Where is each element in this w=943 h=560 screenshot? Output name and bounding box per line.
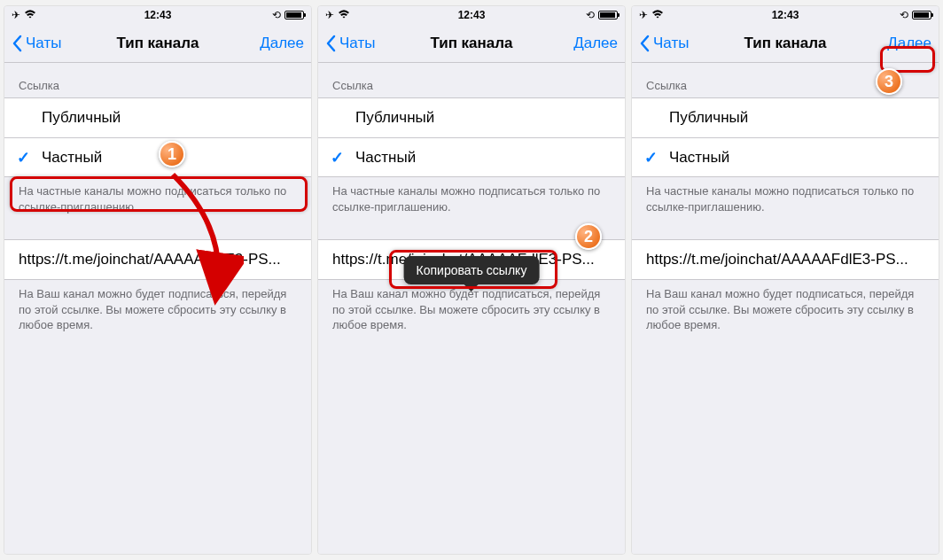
- option-private[interactable]: ✓ Частный: [632, 137, 939, 176]
- checkmark-icon: ✓: [644, 148, 658, 167]
- next-button[interactable]: Далее: [260, 35, 304, 52]
- battery-icon: [912, 11, 931, 19]
- footer-link-info: На Ваш канал можно будет подписаться, пе…: [632, 280, 939, 342]
- section-header-link: Ссылка: [318, 63, 625, 97]
- wifi-icon: [651, 9, 664, 21]
- context-menu-label: Копировать ссылку: [417, 263, 527, 277]
- chevron-left-icon: [639, 35, 650, 52]
- invite-link-group: https://t.me/joinchat/AAAAAFdlE3-PS...: [632, 239, 939, 280]
- battery-icon: [598, 11, 618, 19]
- nav-bar: Чаты Тип канала Далее: [318, 24, 625, 63]
- phone-screen-1: ✈ 12:43 ⟲ Чаты Тип канала Далее Ссылка П…: [4, 5, 312, 555]
- invite-link-cell[interactable]: https://t.me/joinchat/AAAAAFdlE3-PS...: [4, 240, 311, 279]
- orientation-lock-icon: ⟲: [272, 9, 281, 21]
- footer-private-info: На частные каналы можно подписаться толь…: [318, 177, 625, 223]
- channel-type-group: Публичный ✓ Частный: [4, 97, 311, 177]
- option-public[interactable]: Публичный: [318, 98, 625, 137]
- checkmark-icon: ✓: [17, 148, 30, 167]
- option-private-label: Частный: [42, 149, 297, 167]
- status-time: 12:43: [458, 9, 486, 21]
- airplane-icon: ✈: [12, 9, 20, 21]
- battery-icon: [284, 11, 304, 19]
- page-title: Тип канала: [116, 35, 199, 52]
- invite-link-group: https://t.me/joinchat/AAAAAFdlE3-PS...: [4, 239, 311, 280]
- status-left: ✈: [639, 9, 664, 21]
- page-title: Тип канала: [744, 35, 826, 52]
- chevron-left-icon: [12, 35, 22, 52]
- wifi-icon: [24, 9, 36, 21]
- status-bar: ✈ 12:43 ⟲: [318, 6, 625, 24]
- status-bar: ✈ 12:43 ⟲: [632, 6, 939, 24]
- option-public[interactable]: Публичный: [632, 98, 939, 137]
- status-time: 12:43: [772, 9, 799, 21]
- context-menu-copy-link[interactable]: Копировать ссылку: [404, 256, 540, 284]
- option-private-label: Частный: [355, 149, 611, 167]
- channel-type-group: Публичный ✓ Частный: [632, 97, 939, 177]
- status-bar: ✈ 12:43 ⟲: [4, 6, 311, 24]
- footer-private-info: На частные каналы можно подписаться толь…: [632, 177, 939, 223]
- next-button[interactable]: Далее: [887, 35, 931, 52]
- page-title: Тип канала: [430, 35, 512, 52]
- nav-bar: Чаты Тип канала Далее: [632, 24, 939, 63]
- option-public-label: Публичный: [355, 109, 611, 127]
- footer-private-info: На частные каналы можно подписаться толь…: [4, 177, 311, 223]
- back-label: Чаты: [26, 35, 61, 52]
- back-button[interactable]: Чаты: [325, 35, 375, 52]
- checkmark-icon: ✓: [331, 148, 344, 167]
- status-left: ✈: [12, 9, 36, 21]
- wifi-icon: [338, 9, 350, 21]
- next-button[interactable]: Далее: [573, 35, 618, 52]
- invite-link-text: https://t.me/joinchat/AAAAAFdlE3-PS...: [19, 251, 297, 268]
- content: Ссылка Публичный ✓ Частный На частные ка…: [4, 63, 311, 554]
- status-left: ✈: [325, 9, 350, 21]
- option-private-label: Частный: [669, 149, 924, 167]
- channel-type-group: Публичный ✓ Частный: [318, 97, 625, 177]
- section-header-link: Ссылка: [632, 63, 939, 97]
- phone-screen-3: ✈ 12:43 ⟲ Чаты Тип канала Далее Ссылка П…: [631, 5, 939, 555]
- status-time: 12:43: [144, 9, 172, 21]
- status-right: ⟲: [586, 9, 618, 21]
- section-header-link: Ссылка: [4, 63, 311, 97]
- nav-bar: Чаты Тип канала Далее: [4, 24, 311, 63]
- orientation-lock-icon: ⟲: [586, 9, 595, 21]
- status-right: ⟲: [272, 9, 304, 21]
- back-button[interactable]: Чаты: [639, 35, 689, 52]
- content: Ссылка Публичный ✓ Частный На частные ка…: [632, 63, 939, 554]
- option-public[interactable]: Публичный: [4, 98, 311, 137]
- airplane-icon: ✈: [325, 9, 334, 21]
- option-private[interactable]: ✓ Частный: [318, 137, 625, 176]
- airplane-icon: ✈: [639, 9, 648, 21]
- status-right: ⟲: [900, 9, 931, 21]
- back-label: Чаты: [339, 35, 375, 52]
- chevron-left-icon: [325, 35, 336, 52]
- orientation-lock-icon: ⟲: [900, 9, 908, 21]
- option-private[interactable]: ✓ Частный: [4, 137, 311, 176]
- content: Ссылка Публичный ✓ Частный На частные ка…: [318, 63, 625, 554]
- invite-link-text: https://t.me/joinchat/AAAAAFdlE3-PS...: [646, 251, 924, 268]
- invite-link-cell[interactable]: https://t.me/joinchat/AAAAAFdlE3-PS...: [632, 240, 939, 279]
- option-public-label: Публичный: [669, 109, 924, 127]
- option-public-label: Публичный: [42, 109, 297, 127]
- back-button[interactable]: Чаты: [12, 35, 61, 52]
- back-label: Чаты: [653, 35, 689, 52]
- phone-screen-2: ✈ 12:43 ⟲ Чаты Тип канала Далее Ссылка П…: [317, 5, 626, 555]
- footer-link-info: На Ваш канал можно будет подписаться, пе…: [4, 280, 311, 342]
